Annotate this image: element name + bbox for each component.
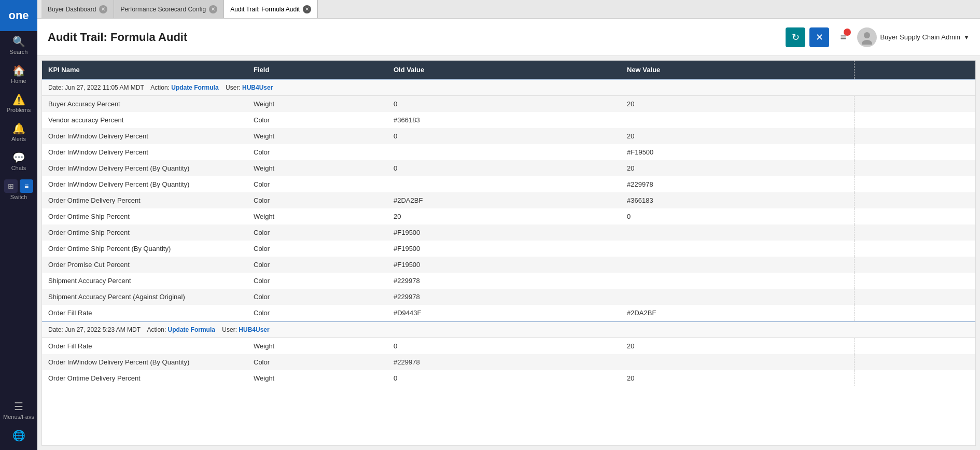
cell-old: #F19500 bbox=[387, 241, 621, 257]
col-header-kpi: KPI Name bbox=[42, 61, 247, 79]
cell-old: #2DA2BF bbox=[387, 192, 621, 208]
table-row: Order Ontime Ship Percent Weight 20 0 bbox=[42, 208, 975, 224]
cell-old bbox=[387, 144, 621, 160]
cell-new: #2DA2BF bbox=[621, 305, 854, 321]
cell-extra bbox=[854, 273, 975, 289]
cell-field: Color bbox=[247, 257, 387, 273]
cell-field: Color bbox=[247, 224, 387, 241]
table-row: Order Ontime Ship Percent Color #F19500 bbox=[42, 224, 975, 241]
section-user-label: User: bbox=[226, 84, 241, 91]
sidebar-item-profile[interactable]: 🌐 bbox=[0, 425, 37, 446]
svg-point-1 bbox=[862, 40, 872, 45]
cell-new: 20 bbox=[621, 370, 854, 386]
cell-field: Color bbox=[247, 273, 387, 289]
tab-perf-scorecard[interactable]: Performance Scorecard Config ✕ bbox=[114, 0, 224, 18]
col-header-new: New Value bbox=[621, 61, 854, 79]
cell-old: 0 bbox=[387, 96, 621, 112]
cell-field: Color bbox=[247, 305, 387, 321]
cell-kpi: Order InWindow Delivery Percent (By Quan… bbox=[42, 176, 247, 192]
cell-new bbox=[621, 273, 854, 289]
cell-new bbox=[621, 241, 854, 257]
notification-badge bbox=[844, 29, 851, 36]
cell-old: #F19500 bbox=[387, 257, 621, 273]
refresh-icon: ↻ bbox=[792, 32, 800, 43]
table-row: Order InWindow Delivery Percent Weight 0… bbox=[42, 128, 975, 144]
col-header-old: Old Value bbox=[387, 61, 621, 79]
sidebar-label-menus: Menus/Favs bbox=[3, 414, 34, 420]
cell-kpi: Order Ontime Ship Percent bbox=[42, 224, 247, 241]
cell-new bbox=[621, 289, 854, 305]
sidebar-item-menus[interactable]: ☰ Menus/Favs bbox=[0, 396, 37, 425]
cell-extra bbox=[854, 112, 975, 128]
sidebar-label-search: Search bbox=[10, 49, 28, 55]
section-user-label: User: bbox=[222, 326, 237, 333]
section-header-row: Date: Jun 27, 2022 11:05 AM MDT Action: … bbox=[42, 79, 975, 96]
cell-new: #229978 bbox=[621, 176, 854, 192]
cell-extra bbox=[854, 208, 975, 224]
switch-icon-left: ⊞ bbox=[4, 179, 18, 193]
cell-field: Color bbox=[247, 192, 387, 208]
user-name: Buyer Supply Chain Admin bbox=[880, 33, 960, 41]
search-icon: 🔍 bbox=[12, 36, 25, 47]
menu-icon: ☰ bbox=[14, 401, 23, 412]
section-action-value[interactable]: Update Formula bbox=[168, 326, 215, 333]
cell-field: Weight bbox=[247, 96, 387, 112]
tab-close-audit-trail[interactable]: ✕ bbox=[303, 5, 311, 13]
sidebar-item-problems[interactable]: ⚠️ Problems bbox=[0, 89, 37, 118]
sidebar-item-search[interactable]: 🔍 Search bbox=[0, 31, 37, 60]
cell-kpi: Vendor accuracy Percent bbox=[42, 112, 247, 128]
sidebar-label-alerts: Alerts bbox=[11, 136, 26, 142]
cell-extra bbox=[854, 289, 975, 305]
cell-new: #366183 bbox=[621, 192, 854, 208]
section-action-value[interactable]: Update Formula bbox=[171, 84, 218, 91]
cell-kpi: Order InWindow Delivery Percent bbox=[42, 144, 247, 160]
close-button[interactable]: ✕ bbox=[809, 27, 829, 47]
tab-close-buyer-dashboard[interactable]: ✕ bbox=[99, 5, 107, 13]
cell-kpi: Order Ontime Ship Percent (By Quantity) bbox=[42, 241, 247, 257]
sidebar-item-home[interactable]: 🏠 Home bbox=[0, 60, 37, 89]
cell-old: #F19500 bbox=[387, 224, 621, 241]
section-action-label: Action: bbox=[147, 326, 166, 333]
section-action-label: Action: bbox=[150, 84, 170, 91]
tab-close-perf-scorecard[interactable]: ✕ bbox=[209, 5, 217, 13]
cell-new: 20 bbox=[621, 128, 854, 144]
table-row: Order InWindow Delivery Percent (By Quan… bbox=[42, 176, 975, 192]
sidebar-label-chats: Chats bbox=[11, 165, 26, 171]
user-dropdown-button[interactable]: ▼ bbox=[963, 34, 970, 41]
tab-label-audit-trail: Audit Trail: Formula Audit bbox=[230, 6, 300, 13]
section-user-value[interactable]: HUB4User bbox=[239, 326, 269, 333]
tab-label-buyer-dashboard: Buyer Dashboard bbox=[48, 6, 96, 13]
tab-label-perf-scorecard: Performance Scorecard Config bbox=[120, 6, 206, 13]
notifications-button[interactable]: ≡ bbox=[833, 27, 853, 47]
sidebar-item-chats[interactable]: 💬 Chats bbox=[0, 147, 37, 176]
section-header-row: Date: Jun 27, 2022 5:23 AM MDT Action: U… bbox=[42, 321, 975, 338]
section-user-value[interactable]: HUB4User bbox=[242, 84, 273, 91]
avatar bbox=[857, 27, 877, 47]
sidebar: one 🔍 Search 🏠 Home ⚠️ Problems 🔔 Alerts… bbox=[0, 0, 37, 450]
cell-new: #F19500 bbox=[621, 144, 854, 160]
cell-kpi: Order Fill Rate bbox=[42, 305, 247, 321]
cell-old: #366183 bbox=[387, 112, 621, 128]
header-actions: ↻ ✕ ≡ Buyer Supply Chain Admin ▼ bbox=[786, 27, 970, 47]
section-header-cell: Date: Jun 27, 2022 11:05 AM MDT Action: … bbox=[42, 79, 975, 96]
table-row: Order InWindow Delivery Percent (By Quan… bbox=[42, 160, 975, 176]
svg-point-0 bbox=[864, 32, 870, 38]
cell-kpi: Order Ontime Delivery Percent bbox=[42, 192, 247, 208]
tab-audit-trail[interactable]: Audit Trail: Formula Audit ✕ bbox=[224, 0, 318, 18]
content-area: KPI Name Field Old Value New Value Date:… bbox=[41, 60, 976, 446]
table-scroll[interactable]: KPI Name Field Old Value New Value Date:… bbox=[42, 61, 975, 445]
table-row: Order Fill Rate Weight 0 20 bbox=[42, 338, 975, 355]
cell-new: 20 bbox=[621, 338, 854, 355]
app-logo[interactable]: one bbox=[0, 0, 37, 31]
sidebar-item-switch[interactable]: ⊞ ≡ Switch bbox=[0, 176, 37, 203]
refresh-button[interactable]: ↻ bbox=[786, 27, 805, 47]
cell-old: 0 bbox=[387, 370, 621, 386]
sidebar-item-alerts[interactable]: 🔔 Alerts bbox=[0, 118, 37, 147]
cell-kpi: Order InWindow Delivery Percent (By Quan… bbox=[42, 354, 247, 370]
table-body: Date: Jun 27, 2022 11:05 AM MDT Action: … bbox=[42, 79, 975, 386]
tab-buyer-dashboard[interactable]: Buyer Dashboard ✕ bbox=[41, 0, 114, 18]
page-header: Audit Trail: Formula Audit ↻ ✕ ≡ Buyer S… bbox=[37, 19, 980, 56]
cell-field: Weight bbox=[247, 128, 387, 144]
close-icon: ✕ bbox=[816, 32, 823, 43]
cell-extra bbox=[854, 224, 975, 241]
